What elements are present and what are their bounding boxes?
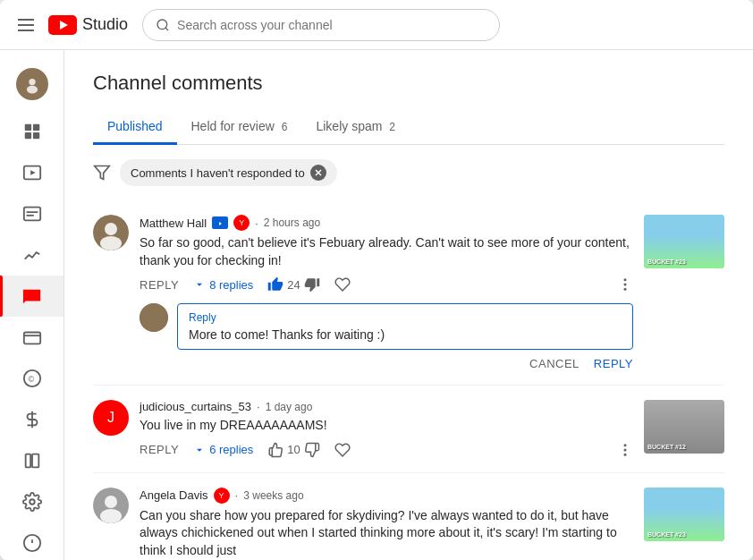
sidebar-item-subtitles[interactable] [0, 193, 63, 234]
thumbs-up-button[interactable] [267, 276, 283, 293]
svg-marker-27 [95, 166, 110, 180]
comment-author: judicious_curtains_53 [140, 400, 251, 413]
svg-rect-7 [24, 124, 30, 131]
page-title: Channel comments [93, 72, 724, 95]
comment-actions: REPLY 6 replies 10 [140, 442, 633, 458]
copyright-icon: © [22, 369, 42, 388]
svg-point-5 [29, 79, 35, 85]
like-group: 24 [267, 276, 319, 293]
heart-button[interactable] [334, 442, 351, 458]
tab-published[interactable]: Published [93, 110, 177, 145]
chat-badge [212, 216, 228, 229]
replies-toggle[interactable]: 8 replies [193, 278, 253, 292]
avatar: J [93, 400, 129, 436]
app-title: Studio [82, 15, 128, 34]
sidebar-item-comments[interactable] [0, 276, 63, 317]
comment-time: 1 day ago [266, 401, 313, 413]
comment-time: 3 weeks ago [243, 489, 303, 502]
sidebar-item-earn[interactable] [0, 399, 63, 440]
filter-chip-close-button[interactable] [310, 165, 326, 181]
replies-toggle[interactable]: 6 replies [193, 443, 253, 456]
sidebar-item-settings[interactable] [0, 481, 63, 522]
comment-text: You live in my DREAAAAAAAMS! [140, 417, 633, 435]
monetization-icon [22, 327, 42, 347]
tab-likely-spam[interactable]: Likely spam 2 [301, 110, 410, 145]
filter-chip[interactable]: Comments I haven't responded to [120, 159, 337, 186]
svg-rect-21 [25, 454, 30, 468]
reply-button[interactable]: REPLY [140, 278, 179, 292]
content-area: Channel comments Published Held for revi… [64, 50, 753, 560]
like-group: 10 [267, 442, 319, 458]
sidebar-item-monetization[interactable] [0, 317, 63, 358]
search-bar[interactable] [142, 9, 500, 41]
svg-point-38 [140, 303, 168, 332]
earn-icon [22, 410, 42, 429]
reply-submit-button[interactable]: REPLY [594, 357, 633, 370]
filter-bar: Comments I haven't responded to [93, 159, 724, 186]
svg-rect-9 [24, 132, 30, 139]
sidebar-item-content[interactable] [0, 152, 63, 193]
svg-point-41 [624, 454, 627, 456]
sidebar-item-dashboard[interactable] [0, 111, 63, 152]
svg-point-32 [100, 236, 122, 250]
comment-actions: REPLY 8 replies 24 [140, 276, 633, 293]
filter-chip-label: Comments I haven't responded to [131, 166, 305, 180]
reply-form-actions: CANCEL REPLY [140, 357, 633, 370]
main-layout: © [0, 50, 753, 560]
svg-rect-22 [32, 454, 38, 468]
app-window: Studio [0, 0, 753, 560]
tab-held-for-review[interactable]: Held for review 6 [177, 110, 302, 145]
dashboard-icon [22, 122, 42, 141]
more-options-button[interactable] [617, 442, 633, 458]
comment-header: Angela Davis Y · 3 weeks ago [140, 488, 633, 504]
comment-thumbnail: BUCKET #23 [644, 215, 724, 268]
svg-point-37 [624, 288, 627, 291]
reply-label: Reply [189, 311, 622, 324]
reply-button[interactable]: REPLY [140, 443, 179, 456]
svg-text:©: © [28, 375, 34, 384]
reply-box: Reply More to come! Thanks for waiting :… [140, 303, 633, 350]
sidebar-item-feedback[interactable] [0, 522, 63, 560]
comments-icon [22, 286, 42, 306]
member-badge: Y [214, 488, 230, 504]
svg-rect-8 [32, 124, 38, 131]
comment-thumbnail: BUCKET #23 [644, 488, 724, 541]
comment-author: Matthew Hall [140, 216, 207, 230]
avatar [93, 215, 129, 250]
sidebar-item-avatar[interactable] [0, 57, 63, 111]
search-input[interactable] [177, 18, 486, 32]
search-icon [156, 18, 170, 32]
svg-point-23 [30, 499, 35, 505]
cancel-button[interactable]: CANCEL [529, 357, 580, 370]
svg-rect-13 [23, 208, 39, 221]
comment-text: Can you share how you prepared for skydi… [140, 507, 633, 560]
comment-body: judicious_curtains_53 · 1 day ago You li… [140, 400, 633, 458]
sidebar-item-copyright[interactable]: © [0, 358, 63, 399]
avatar [93, 488, 129, 523]
topbar: Studio [0, 0, 753, 50]
more-options-button[interactable] [617, 276, 633, 293]
thumbnail-label: BUCKET #23 [647, 259, 686, 265]
svg-marker-12 [30, 170, 36, 175]
comment-dot: · [235, 488, 239, 502]
member-badge: Y [233, 215, 250, 231]
reply-text[interactable]: More to come! Thanks for waiting :) [189, 327, 622, 342]
thumbs-up-button[interactable] [267, 442, 283, 458]
thumbs-down-button[interactable] [304, 276, 320, 293]
youtube-logo-icon [48, 15, 77, 35]
sidebar-item-library[interactable] [0, 440, 63, 481]
hamburger-menu[interactable] [14, 15, 38, 35]
heart-button[interactable] [334, 276, 351, 293]
sidebar-item-analytics[interactable] [0, 234, 63, 276]
comment-time: 2 hours ago [264, 216, 320, 229]
svg-point-31 [105, 223, 117, 235]
svg-rect-10 [32, 132, 38, 139]
settings-icon [22, 492, 42, 512]
comment-header: Matthew Hall Y · 2 hours ago [140, 215, 633, 231]
comment-item: Angela Davis Y · 3 weeks ago Can you sha… [93, 473, 724, 560]
content-icon [22, 163, 42, 182]
thumbs-down-button[interactable] [304, 442, 320, 458]
svg-point-6 [26, 86, 37, 94]
reply-input-area[interactable]: Reply More to come! Thanks for waiting :… [177, 303, 633, 350]
feedback-icon [22, 533, 42, 553]
